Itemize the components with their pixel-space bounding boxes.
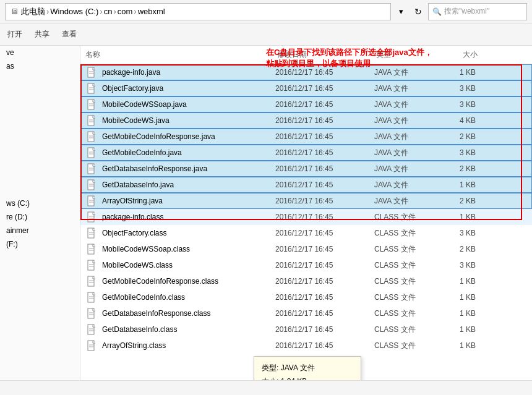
file-name: package-info.class xyxy=(102,213,275,221)
file-tooltip: 类型: JAVA 文件 大小: 1.84 KB 修改日期: 2016/12/17… xyxy=(254,356,361,380)
file-icon xyxy=(86,308,98,319)
file-size: 1 KB xyxy=(436,293,486,302)
toolbar-share[interactable]: 共享 xyxy=(32,28,52,41)
file-date: 2016/12/17 16:45 xyxy=(275,132,374,141)
crumb-webxml[interactable]: webxml xyxy=(138,7,165,16)
annotation-text1: 在C盘目录下找到该路径下所选全部java文件， xyxy=(266,47,432,58)
file-icon xyxy=(86,147,98,158)
nav-item-c[interactable]: ws (C:) xyxy=(0,197,80,210)
file-date: 2016/12/17 16:45 xyxy=(275,261,374,270)
class-file-row[interactable]: GetMobileCodeInfo.class 2016/12/17 16:45… xyxy=(80,289,532,305)
file-date: 2016/12/17 16:45 xyxy=(275,116,374,125)
file-date: 2016/12/17 16:45 xyxy=(275,309,374,318)
file-type: CLASS 文件 xyxy=(374,276,436,287)
crumb-pc[interactable]: 此电脑 xyxy=(21,6,45,17)
file-date: 2016/12/17 16:45 xyxy=(275,277,374,286)
explorer-window: 🖥 此电脑 › Windows (C:) › cn › com › webxml… xyxy=(0,0,532,395)
java-file-row[interactable]: GetDatabaseInfo.java 2016/12/17 16:45 JA… xyxy=(80,177,532,193)
file-type: JAVA 文件 xyxy=(374,180,436,190)
file-name: GetMobileCodeInfoResponse.class xyxy=(102,277,275,286)
nav-item-as[interactable]: as xyxy=(0,59,80,73)
java-file-row[interactable]: GetMobileCodeInfoResponse.java 2016/12/1… xyxy=(80,129,532,145)
crumb-home: 🖥 xyxy=(11,7,19,16)
file-size: 2 KB xyxy=(436,164,486,173)
class-file-row[interactable]: GetMobileCodeInfoResponse.class 2016/12/… xyxy=(80,273,532,289)
file-type: CLASS 文件 xyxy=(374,244,436,255)
java-file-row[interactable]: GetDatabaseInfoResponse.java 2016/12/17 … xyxy=(80,161,532,177)
file-name: ArrayOfString.java xyxy=(102,197,275,205)
file-date: 2016/12/17 16:45 xyxy=(275,341,374,350)
refresh-btn[interactable]: ↻ xyxy=(411,4,426,19)
class-file-row[interactable]: MobileCodeWSSoap.class 2016/12/17 16:45 … xyxy=(80,241,532,257)
search-box[interactable]: 🔍 搜索"webxml" xyxy=(428,3,527,20)
file-name: ObjectFactory.java xyxy=(102,84,275,93)
file-size: 2 KB xyxy=(436,132,486,141)
col-size[interactable]: 大小 xyxy=(438,49,487,60)
java-file-row[interactable]: GetMobileCodeInfo.java 2016/12/17 16:45 … xyxy=(80,145,532,161)
class-file-row[interactable]: ArrayOfString.class 2016/12/17 16:45 CLA… xyxy=(80,338,532,354)
java-file-row[interactable]: MobileCodeWSSoap.java 2016/12/17 16:45 J… xyxy=(80,96,532,113)
file-date: 2016/12/17 16:45 xyxy=(275,229,374,237)
nav-item-ainmer[interactable]: ainmer xyxy=(0,224,80,237)
file-type: CLASS 文件 xyxy=(374,228,436,239)
file-type: JAVA 文件 xyxy=(374,100,436,110)
toolbar-open[interactable]: 打开 xyxy=(5,28,25,41)
tooltip-size: 大小: 1.84 KB xyxy=(262,375,353,380)
file-size: 4 KB xyxy=(436,116,486,125)
java-file-rows: package-info.java 2016/12/17 16:45 JAVA … xyxy=(80,64,532,209)
address-path[interactable]: 🖥 此电脑 › Windows (C:) › cn › com › webxml xyxy=(5,3,391,20)
file-date: 2016/12/17 16:45 xyxy=(275,181,374,189)
file-type: CLASS 文件 xyxy=(374,308,436,319)
dropdown-btn[interactable]: ▾ xyxy=(393,4,408,19)
file-icon xyxy=(86,99,98,110)
file-date: 2016/12/17 16:45 xyxy=(275,68,374,77)
file-name: GetDatabaseInfoResponse.class xyxy=(102,309,275,318)
file-icon xyxy=(86,83,98,94)
left-panel: ve as ws (C:) re (D:) ainmer (F:) xyxy=(0,46,80,380)
class-file-row[interactable]: GetDatabaseInfo.class 2016/12/17 16:45 C… xyxy=(80,321,532,338)
class-file-row[interactable]: GetDatabaseInfoResponse.class 2016/12/17… xyxy=(80,305,532,321)
file-type: CLASS 文件 xyxy=(374,341,436,351)
file-size: 1 KB xyxy=(436,213,486,221)
crumb-com[interactable]: com xyxy=(118,7,133,16)
file-name: ArrayOfString.class xyxy=(102,341,275,350)
file-date: 2016/12/17 16:45 xyxy=(275,245,374,253)
java-file-row[interactable]: ArrayOfString.java 2016/12/17 16:45 JAVA… xyxy=(80,193,532,209)
toolbar-view[interactable]: 查看 xyxy=(59,28,79,41)
file-size: 1 KB xyxy=(436,325,486,334)
file-name: MobileCodeWS.class xyxy=(102,261,275,270)
file-icon xyxy=(86,131,98,142)
file-name: GetMobileCodeInfoResponse.java xyxy=(102,132,275,141)
nav-item-ve[interactable]: ve xyxy=(0,46,80,59)
file-type: JAVA 文件 xyxy=(374,148,436,158)
file-date: 2016/12/17 16:45 xyxy=(275,164,374,173)
crumb-cn[interactable]: cn xyxy=(104,7,113,16)
java-file-row[interactable]: ObjectFactory.java 2016/12/17 16:45 JAVA… xyxy=(80,80,532,96)
col-name[interactable]: 名称 xyxy=(85,49,277,60)
class-file-row[interactable]: ObjectFactory.class 2016/12/17 16:45 CLA… xyxy=(80,225,532,241)
nav-item-d[interactable]: re (D:) xyxy=(0,210,80,224)
java-file-row[interactable]: MobileCodeWS.java 2016/12/17 16:45 JAVA … xyxy=(80,113,532,129)
file-date: 2016/12/17 16:45 xyxy=(275,213,374,221)
file-icon xyxy=(86,227,98,239)
toolbar: 打开 共享 查看 xyxy=(0,23,532,46)
file-date: 2016/12/17 16:45 xyxy=(275,100,374,109)
file-icon xyxy=(86,340,98,351)
address-bar: 🖥 此电脑 › Windows (C:) › cn › com › webxml… xyxy=(0,0,532,23)
file-date: 2016/12/17 16:45 xyxy=(275,197,374,205)
crumb-c[interactable]: Windows (C:) xyxy=(50,7,98,16)
nav-item-f[interactable]: (F:) xyxy=(0,237,80,251)
file-size: 1 KB xyxy=(436,341,486,350)
file-name: GetMobileCodeInfo.java xyxy=(102,148,275,157)
class-file-row[interactable]: MobileCodeWS.class 2016/12/17 16:45 CLAS… xyxy=(80,257,532,273)
file-type: CLASS 文件 xyxy=(374,292,436,303)
file-name: MobileCodeWSSoap.class xyxy=(102,245,275,253)
file-name: MobileCodeWS.java xyxy=(102,116,275,125)
class-file-row[interactable]: package-info.class 2016/12/17 16:45 CLAS… xyxy=(80,209,532,225)
file-icon xyxy=(86,211,98,223)
file-type: JAVA 文件 xyxy=(374,116,436,126)
file-icon xyxy=(86,195,98,206)
file-date: 2016/12/17 16:45 xyxy=(275,325,374,334)
search-placeholder: 搜索"webxml" xyxy=(444,6,489,17)
file-size: 1 KB xyxy=(436,68,486,77)
